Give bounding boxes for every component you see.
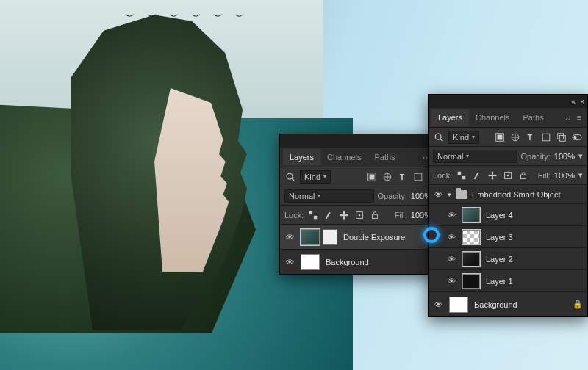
panel-titlebar[interactable]: « × (280, 134, 444, 148)
search-icon[interactable] (284, 171, 296, 183)
svg-rect-10 (314, 215, 317, 218)
filter-row: Kind ▾ T (280, 167, 444, 186)
tab-channels[interactable]: Channels (469, 109, 516, 126)
svg-rect-13 (373, 214, 378, 218)
lock-transparent-icon[interactable] (307, 209, 319, 221)
lock-position-icon[interactable] (338, 209, 350, 221)
tab-layers[interactable]: Layers (283, 149, 320, 165)
svg-rect-29 (521, 175, 526, 178)
visibility-toggle-icon[interactable]: 👁 (433, 190, 443, 199)
filter-shape-icon[interactable] (412, 171, 424, 183)
filter-shape-icon[interactable] (540, 131, 552, 143)
fill-value[interactable]: 100% (554, 171, 575, 180)
layer-thumbnail[interactable] (301, 229, 320, 245)
filter-type-icon[interactable]: T (397, 171, 409, 183)
tab-paths[interactable]: Paths (517, 109, 551, 126)
layer-thumbnail[interactable] (462, 274, 480, 289)
close-icon[interactable]: × (580, 98, 584, 106)
blend-row: Normal ▾ Opacity: 100% ▾ (280, 186, 444, 205)
layer-row[interactable]: 👁 Double Exposure (280, 224, 444, 249)
visibility-toggle-icon[interactable]: 👁 (446, 211, 456, 220)
lock-all-icon[interactable] (369, 209, 381, 221)
svg-rect-22 (559, 135, 565, 141)
filter-pixel-icon[interactable] (366, 171, 378, 183)
layer-name[interactable]: Double Exposure (343, 233, 440, 242)
layer-thumbnail[interactable] (462, 208, 480, 222)
visibility-toggle-icon[interactable]: 👁 (284, 233, 295, 242)
visibility-toggle-icon[interactable]: 👁 (446, 233, 456, 242)
visibility-toggle-icon[interactable]: 👁 (284, 258, 295, 266)
chevron-down-icon[interactable]: ▾ (578, 170, 583, 180)
svg-rect-20 (542, 134, 550, 141)
lock-label: Lock: (433, 171, 452, 180)
filter-kind-select[interactable]: Kind ▾ (300, 170, 331, 184)
layer-name[interactable]: Background (474, 300, 567, 309)
blend-mode-select[interactable]: Normal ▾ (433, 150, 517, 163)
layer-row[interactable]: 👁 Layer 2 (429, 247, 587, 269)
layer-row[interactable]: 👁 Layer 1 (429, 269, 587, 291)
panel-titlebar[interactable]: « × (429, 95, 587, 108)
blend-mode-select[interactable]: Normal ▾ (284, 189, 374, 203)
search-icon[interactable] (433, 131, 445, 143)
svg-point-12 (359, 214, 361, 216)
tab-channels[interactable]: Channels (320, 149, 368, 165)
panel-menu-icon[interactable]: ≡ (574, 113, 584, 122)
folder-icon (456, 190, 467, 199)
layer-row[interactable]: 👁 Background 🔒 (429, 291, 587, 316)
layer-row[interactable]: 👁 Layer 3 (429, 225, 587, 247)
opacity-label: Opacity: (521, 152, 551, 161)
filter-smart-icon[interactable] (556, 131, 567, 143)
filter-adjust-icon[interactable] (509, 131, 521, 143)
visibility-toggle-icon[interactable]: 👁 (446, 277, 456, 286)
tab-paths[interactable]: Paths (368, 149, 402, 165)
layer-thumbnail[interactable] (462, 252, 480, 266)
lock-position-icon[interactable] (487, 170, 498, 181)
chevron-down-icon[interactable]: ▾ (578, 151, 583, 161)
layer-row[interactable]: 👁 Layer 4 (429, 203, 587, 225)
lock-pixels-icon[interactable] (471, 170, 483, 181)
lock-label: Lock: (284, 211, 304, 220)
layer-thumbnail[interactable] (301, 254, 320, 270)
filter-kind-select[interactable]: Kind ▾ (448, 131, 479, 144)
filter-adjust-icon[interactable] (381, 171, 393, 183)
lock-all-icon[interactable] (517, 170, 529, 181)
fill-label: Fill: (538, 171, 551, 180)
chevron-down-icon: ▾ (472, 134, 475, 140)
filter-type-icon[interactable]: T (525, 131, 537, 143)
tab-layers[interactable]: Layers (431, 109, 469, 126)
fill-label: Fill: (395, 211, 407, 220)
layer-name[interactable]: Layer 2 (486, 255, 583, 264)
panel-tabs: Layers Channels Paths ›› ≡ (280, 148, 444, 167)
layer-thumbnail[interactable] (462, 230, 480, 244)
group-name[interactable]: Embedded Smart Object (472, 190, 583, 199)
svg-point-14 (435, 134, 441, 139)
layer-row[interactable]: 👁 Background 🔒 (280, 249, 444, 274)
layer-thumbnail[interactable] (449, 297, 468, 313)
lock-row: Lock: Fill: 100% ▾ (280, 205, 444, 224)
lock-artboard-icon[interactable] (502, 170, 514, 181)
layer-name[interactable]: Layer 3 (486, 233, 583, 242)
layer-mask-thumbnail[interactable] (323, 229, 337, 245)
opacity-value[interactable]: 100% (554, 152, 575, 161)
visibility-toggle-icon[interactable]: 👁 (433, 300, 443, 309)
layer-name[interactable]: Background (326, 258, 423, 266)
filter-pixel-icon[interactable] (494, 131, 506, 143)
filter-row: Kind ▾ T (429, 127, 587, 146)
layers-list-a: 👁 Double Exposure 👁 Background 🔒 (280, 224, 444, 274)
layer-name[interactable]: Layer 1 (486, 277, 583, 286)
lock-artboard-icon[interactable] (354, 209, 365, 221)
chevron-down-icon: ▾ (466, 153, 469, 159)
layer-name[interactable]: Layer 4 (486, 211, 583, 220)
lock-pixels-icon[interactable] (323, 209, 334, 221)
lock-transparent-icon[interactable] (456, 170, 467, 181)
visibility-toggle-icon[interactable]: 👁 (446, 255, 456, 264)
layer-group-row[interactable]: 👁 ▾ Embedded Smart Object (429, 184, 587, 203)
svg-rect-25 (458, 171, 461, 174)
opacity-label: Opacity: (378, 192, 407, 200)
caret-down-icon[interactable]: ▾ (448, 191, 451, 198)
collapse-icon[interactable]: « (572, 98, 576, 106)
filter-toggle-icon[interactable] (571, 131, 583, 143)
lock-icon[interactable]: 🔒 (573, 300, 583, 309)
tabs-more-icon[interactable]: ›› (562, 113, 573, 122)
filter-kind-label: Kind (453, 133, 469, 142)
